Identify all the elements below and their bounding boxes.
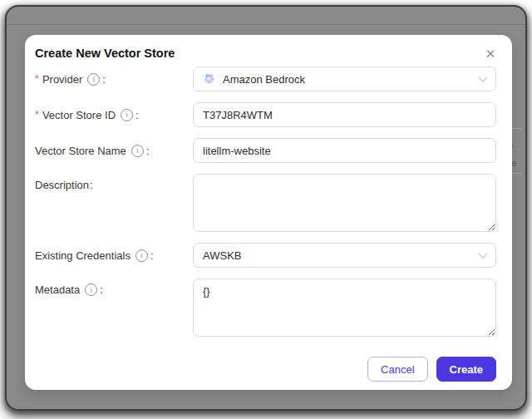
dimmed-page-overlay[interactable]: ↑↓ se ✕ Create New Vector Store * Provid… bbox=[5, 5, 527, 411]
provider-logo-icon bbox=[203, 72, 216, 86]
chevron-down-icon bbox=[478, 72, 487, 81]
label-colon: : bbox=[146, 145, 150, 157]
existing-credentials-row: Existing Credentials i : AWSKB bbox=[35, 243, 496, 268]
existing-credentials-label: Existing Credentials i : bbox=[35, 249, 193, 262]
metadata-label-text: Metadata bbox=[35, 283, 80, 296]
create-vector-store-modal: ✕ Create New Vector Store * Provider i : bbox=[25, 35, 512, 390]
description-row: Description : bbox=[35, 174, 496, 232]
vector-store-id-label: * Vector Store ID i : bbox=[35, 109, 193, 121]
vector-store-id-row: * Vector Store ID i : bbox=[35, 102, 496, 127]
info-icon[interactable]: i bbox=[131, 145, 144, 157]
cancel-button[interactable]: Cancel bbox=[367, 357, 427, 382]
modal-footer: Cancel Create bbox=[35, 357, 496, 382]
info-icon[interactable]: i bbox=[85, 283, 97, 296]
description-label: Description : bbox=[35, 174, 193, 191]
create-button[interactable]: Create bbox=[436, 357, 496, 382]
provider-select[interactable]: Amazon Bedrock bbox=[193, 67, 496, 91]
vector-store-id-label-text: Vector Store ID bbox=[42, 109, 116, 121]
info-icon[interactable]: i bbox=[135, 249, 148, 262]
vector-store-name-input[interactable] bbox=[193, 138, 496, 163]
metadata-textarea[interactable]: {} bbox=[193, 279, 496, 337]
modal-title: Create New Vector Store bbox=[35, 45, 496, 62]
provider-label: * Provider i : bbox=[35, 73, 193, 86]
metadata-label: Metadata i : bbox=[35, 279, 193, 296]
description-textarea[interactable] bbox=[193, 174, 496, 232]
close-icon[interactable]: ✕ bbox=[482, 45, 499, 62]
existing-credentials-select-value: AWSKB bbox=[203, 249, 473, 262]
vector-store-name-label: Vector Store Name i : bbox=[35, 145, 193, 157]
vector-store-name-row: Vector Store Name i : bbox=[35, 138, 496, 163]
vector-store-id-input[interactable] bbox=[193, 102, 496, 127]
provider-row: * Provider i : Amazon Bedrock bbox=[35, 67, 496, 91]
vector-store-name-label-text: Vector Store Name bbox=[35, 145, 126, 157]
label-colon: : bbox=[150, 249, 154, 262]
info-icon[interactable]: i bbox=[121, 109, 133, 121]
existing-credentials-label-text: Existing Credentials bbox=[35, 249, 131, 262]
info-icon[interactable]: i bbox=[87, 73, 100, 86]
provider-select-value: Amazon Bedrock bbox=[223, 73, 473, 86]
provider-label-text: Provider bbox=[42, 73, 82, 86]
label-colon: : bbox=[135, 109, 139, 121]
existing-credentials-select[interactable]: AWSKB bbox=[193, 243, 496, 268]
label-colon: : bbox=[102, 73, 106, 86]
chevron-down-icon bbox=[478, 249, 487, 258]
metadata-row: Metadata i : {} bbox=[35, 279, 496, 337]
label-colon: : bbox=[90, 179, 93, 191]
background-page-divider bbox=[7, 24, 525, 25]
description-label-text: Description bbox=[35, 179, 89, 191]
required-marker: * bbox=[35, 109, 39, 121]
label-colon: : bbox=[100, 283, 103, 296]
required-marker: * bbox=[35, 73, 39, 85]
